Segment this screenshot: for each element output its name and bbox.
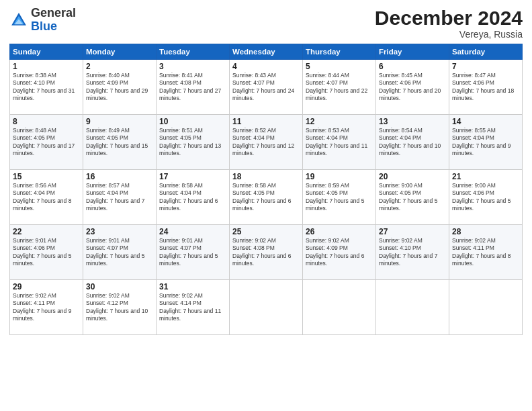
day-number: 21: [452, 172, 519, 181]
col-thursday: Thursday: [303, 44, 376, 60]
table-row: [449, 280, 523, 335]
day-number: 10: [159, 117, 226, 126]
day-detail: Sunrise: 8:43 AMSunset: 4:07 PMDaylight:…: [232, 72, 294, 101]
table-row: 27 Sunrise: 9:02 AMSunset: 4:10 PMDaylig…: [376, 225, 449, 280]
day-detail: Sunrise: 8:57 AMSunset: 4:04 PMDaylight:…: [86, 182, 144, 212]
logo-icon: [9, 11, 28, 30]
day-detail: Sunrise: 8:41 AMSunset: 4:08 PMDaylight:…: [159, 72, 221, 101]
day-detail: Sunrise: 8:44 AMSunset: 4:07 PMDaylight:…: [306, 72, 367, 101]
table-row: 25 Sunrise: 9:02 AMSunset: 4:08 PMDaylig…: [230, 225, 303, 280]
day-number: 15: [13, 172, 80, 181]
day-number: 16: [86, 172, 153, 181]
table-row: 24 Sunrise: 9:01 AMSunset: 4:07 PMDaylig…: [157, 225, 230, 280]
logo-general: General: [31, 6, 76, 19]
col-tuesday: Tuesday: [157, 44, 230, 60]
table-row: 26 Sunrise: 9:02 AMSunset: 4:09 PMDaylig…: [303, 225, 376, 280]
day-detail: Sunrise: 8:51 AMSunset: 4:05 PMDaylight:…: [159, 127, 221, 156]
table-row: 30 Sunrise: 9:02 AMSunset: 4:12 PMDaylig…: [83, 280, 157, 335]
table-row: 17 Sunrise: 8:58 AMSunset: 4:04 PMDaylig…: [157, 170, 230, 225]
table-row: 7 Sunrise: 8:47 AMSunset: 4:06 PMDayligh…: [449, 60, 523, 115]
calendar-week-1: 8 Sunrise: 8:48 AMSunset: 4:05 PMDayligh…: [10, 115, 523, 170]
day-detail: Sunrise: 9:01 AMSunset: 4:06 PMDaylight:…: [13, 237, 71, 267]
day-number: 23: [86, 227, 153, 236]
day-number: 29: [13, 282, 80, 291]
day-detail: Sunrise: 9:00 AMSunset: 4:05 PMDaylight:…: [379, 182, 437, 212]
table-row: 3 Sunrise: 8:41 AMSunset: 4:08 PMDayligh…: [157, 60, 230, 115]
table-row: 6 Sunrise: 8:45 AMSunset: 4:06 PMDayligh…: [376, 60, 449, 115]
day-number: 26: [306, 227, 373, 236]
day-detail: Sunrise: 9:00 AMSunset: 4:06 PMDaylight:…: [452, 182, 511, 212]
day-number: 12: [306, 117, 373, 126]
day-detail: Sunrise: 8:49 AMSunset: 4:05 PMDaylight:…: [86, 127, 148, 156]
table-row: 11 Sunrise: 8:52 AMSunset: 4:04 PMDaylig…: [230, 115, 303, 170]
day-detail: Sunrise: 9:02 AMSunset: 4:11 PMDaylight:…: [452, 237, 511, 267]
day-detail: Sunrise: 8:58 AMSunset: 4:04 PMDaylight:…: [159, 182, 218, 212]
col-friday: Friday: [376, 44, 449, 60]
logo: General Blue: [9, 7, 76, 34]
col-monday: Monday: [83, 44, 157, 60]
table-row: 28 Sunrise: 9:02 AMSunset: 4:11 PMDaylig…: [449, 225, 523, 280]
day-number: 1: [13, 62, 80, 71]
calendar-week-3: 22 Sunrise: 9:01 AMSunset: 4:06 PMDaylig…: [10, 225, 523, 280]
logo-text: General Blue: [31, 7, 76, 34]
location: Vereya, Russia: [375, 29, 523, 40]
day-detail: Sunrise: 8:48 AMSunset: 4:05 PMDaylight:…: [13, 127, 75, 156]
logo-blue: Blue: [31, 19, 57, 33]
calendar-week-2: 15 Sunrise: 8:56 AMSunset: 4:04 PMDaylig…: [10, 170, 523, 225]
day-detail: Sunrise: 8:40 AMSunset: 4:09 PMDaylight:…: [86, 72, 148, 101]
table-row: 9 Sunrise: 8:49 AMSunset: 4:05 PMDayligh…: [83, 115, 157, 170]
day-detail: Sunrise: 8:45 AMSunset: 4:06 PMDaylight:…: [379, 72, 441, 101]
day-detail: Sunrise: 8:58 AMSunset: 4:05 PMDaylight:…: [232, 182, 291, 212]
table-row: 21 Sunrise: 9:00 AMSunset: 4:06 PMDaylig…: [449, 170, 523, 225]
table-row: 29 Sunrise: 9:02 AMSunset: 4:11 PMDaylig…: [10, 280, 83, 335]
day-number: 20: [379, 172, 446, 181]
day-detail: Sunrise: 9:01 AMSunset: 4:07 PMDaylight:…: [159, 237, 218, 267]
calendar-week-4: 29 Sunrise: 9:02 AMSunset: 4:11 PMDaylig…: [10, 280, 523, 335]
day-number: 25: [232, 227, 300, 236]
table-row: 5 Sunrise: 8:44 AMSunset: 4:07 PMDayligh…: [303, 60, 376, 115]
table-row: 20 Sunrise: 9:00 AMSunset: 4:05 PMDaylig…: [376, 170, 449, 225]
table-row: 22 Sunrise: 9:01 AMSunset: 4:06 PMDaylig…: [10, 225, 83, 280]
table-row: 12 Sunrise: 8:53 AMSunset: 4:04 PMDaylig…: [303, 115, 376, 170]
table-row: [303, 280, 376, 335]
day-detail: Sunrise: 8:59 AMSunset: 4:05 PMDaylight:…: [306, 182, 364, 212]
table-row: 18 Sunrise: 8:58 AMSunset: 4:05 PMDaylig…: [230, 170, 303, 225]
day-detail: Sunrise: 9:02 AMSunset: 4:11 PMDaylight:…: [13, 292, 71, 322]
day-number: 18: [232, 172, 300, 181]
day-detail: Sunrise: 9:02 AMSunset: 4:10 PMDaylight:…: [379, 237, 437, 267]
day-number: 31: [159, 282, 226, 291]
day-number: 28: [452, 227, 519, 236]
table-row: 13 Sunrise: 8:54 AMSunset: 4:04 PMDaylig…: [376, 115, 449, 170]
day-detail: Sunrise: 8:52 AMSunset: 4:04 PMDaylight:…: [232, 127, 294, 156]
table-row: [376, 280, 449, 335]
table-row: 4 Sunrise: 8:43 AMSunset: 4:07 PMDayligh…: [230, 60, 303, 115]
day-number: 5: [306, 62, 373, 71]
table-row: 8 Sunrise: 8:48 AMSunset: 4:05 PMDayligh…: [10, 115, 83, 170]
table-row: 1 Sunrise: 8:38 AMSunset: 4:10 PMDayligh…: [10, 60, 83, 115]
title-block: December 2024 Vereya, Russia: [375, 7, 523, 40]
day-number: 13: [379, 117, 446, 126]
day-detail: Sunrise: 8:56 AMSunset: 4:04 PMDaylight:…: [13, 182, 71, 212]
table-row: 16 Sunrise: 8:57 AMSunset: 4:04 PMDaylig…: [83, 170, 157, 225]
day-number: 7: [452, 62, 519, 71]
day-detail: Sunrise: 8:47 AMSunset: 4:06 PMDaylight:…: [452, 72, 514, 101]
calendar-week-0: 1 Sunrise: 8:38 AMSunset: 4:10 PMDayligh…: [10, 60, 523, 115]
calendar: Sunday Monday Tuesday Wednesday Thursday…: [9, 44, 523, 335]
day-number: 19: [306, 172, 373, 181]
day-number: 4: [232, 62, 300, 71]
day-detail: Sunrise: 8:54 AMSunset: 4:04 PMDaylight:…: [379, 127, 441, 156]
day-detail: Sunrise: 9:02 AMSunset: 4:14 PMDaylight:…: [159, 292, 221, 322]
day-detail: Sunrise: 9:02 AMSunset: 4:08 PMDaylight:…: [232, 237, 291, 267]
day-number: 11: [232, 117, 300, 126]
day-detail: Sunrise: 9:01 AMSunset: 4:07 PMDaylight:…: [86, 237, 144, 267]
day-detail: Sunrise: 9:02 AMSunset: 4:12 PMDaylight:…: [86, 292, 148, 322]
day-number: 24: [159, 227, 226, 236]
col-saturday: Saturday: [449, 44, 523, 60]
col-sunday: Sunday: [10, 44, 83, 60]
header: General Blue December 2024 Vereya, Russi…: [9, 7, 523, 40]
table-row: 23 Sunrise: 9:01 AMSunset: 4:07 PMDaylig…: [83, 225, 157, 280]
day-number: 22: [13, 227, 80, 236]
day-number: 9: [86, 117, 153, 126]
table-row: 15 Sunrise: 8:56 AMSunset: 4:04 PMDaylig…: [10, 170, 83, 225]
table-row: 14 Sunrise: 8:55 AMSunset: 4:04 PMDaylig…: [449, 115, 523, 170]
